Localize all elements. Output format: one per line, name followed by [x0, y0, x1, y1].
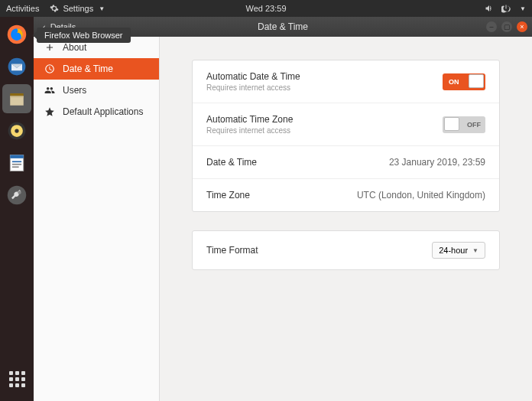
auto-timezone-toggle[interactable]: OFF: [443, 116, 485, 133]
row-time-format: Time Format 24-hour ▼: [193, 231, 499, 269]
row-sublabel: Requires internet access: [206, 83, 300, 92]
svg-rect-4: [10, 96, 24, 106]
svg-rect-13: [12, 166, 19, 168]
timezone-value: UTC (London, United Kingdom): [357, 190, 485, 200]
activities-button[interactable]: Activities: [6, 4, 39, 13]
sidebar-item-users[interactable]: Users: [34, 80, 159, 101]
row-auto-datetime: Automatic Date & Time Requires internet …: [193, 60, 499, 103]
sidebar-item-date-time[interactable]: Date & Time: [34, 58, 159, 80]
chevron-down-icon: ▼: [472, 247, 478, 254]
launcher-tooltip: Firefox Web Browser: [37, 28, 131, 43]
row-label: Time Zone: [206, 190, 250, 200]
datetime-value: 23 January 2019, 23:59: [389, 157, 485, 168]
sidebar-item-label: Users: [63, 85, 86, 96]
window-title: Date & Time: [258, 21, 308, 32]
row-label: Automatic Time Zone: [206, 114, 293, 125]
launcher-settings[interactable]: [2, 181, 31, 210]
row-label: Date & Time: [206, 157, 257, 168]
datetime-panel: Automatic Date & Time Requires internet …: [192, 60, 500, 212]
launcher-files[interactable]: [2, 84, 31, 113]
auto-datetime-toggle[interactable]: ON: [443, 73, 485, 90]
sidebar-item-label: Default Applications: [63, 106, 143, 117]
svg-rect-3: [10, 93, 24, 96]
chevron-down-icon: ▼: [520, 5, 526, 12]
clock-icon: [44, 64, 55, 74]
row-auto-timezone: Automatic Time Zone Requires internet ac…: [193, 103, 499, 146]
time-format-select[interactable]: 24-hour ▼: [432, 242, 485, 259]
star-icon: [44, 106, 55, 117]
chevron-down-icon: ▼: [99, 5, 105, 12]
svg-rect-10: [10, 155, 24, 158]
sidebar-item-label: About: [63, 42, 86, 53]
svg-rect-5: [10, 96, 24, 98]
power-icon: [501, 4, 511, 13]
row-datetime[interactable]: Date & Time 23 January 2019, 23:59: [193, 146, 499, 179]
svg-point-8: [15, 129, 18, 132]
launcher-rhythmbox[interactable]: [2, 116, 31, 145]
system-tray[interactable]: ▼: [485, 4, 526, 13]
svg-rect-11: [12, 161, 21, 162]
top-bar: Activities Settings ▼ Wed 23:59 ▼: [0, 0, 532, 17]
row-timezone[interactable]: Time Zone UTC (London, United Kingdom): [193, 179, 499, 211]
app-menu[interactable]: Settings ▼: [50, 4, 105, 13]
row-label: Time Format: [206, 245, 258, 256]
maximize-button[interactable]: ▢: [501, 21, 512, 32]
sidebar-item-label: Date & Time: [63, 64, 113, 74]
content-area: Automatic Date & Time Requires internet …: [160, 37, 532, 401]
show-applications[interactable]: [2, 364, 31, 393]
launcher-firefox[interactable]: [2, 20, 31, 49]
minimize-button[interactable]: –: [486, 21, 497, 32]
svg-point-15: [18, 191, 21, 194]
launcher-thunderbird[interactable]: [2, 52, 31, 81]
row-sublabel: Requires internet access: [206, 126, 293, 135]
settings-icon: [50, 4, 59, 13]
sidebar-item-default-apps[interactable]: Default Applications: [34, 101, 159, 122]
users-icon: [44, 85, 55, 96]
launcher-dock: [0, 17, 34, 401]
row-label: Automatic Date & Time: [206, 71, 300, 82]
close-button[interactable]: ×: [517, 21, 527, 32]
launcher-libreoffice[interactable]: [2, 148, 31, 178]
volume-icon: [485, 4, 494, 13]
format-panel: Time Format 24-hour ▼: [192, 230, 500, 270]
svg-rect-12: [12, 164, 21, 165]
plus-icon: [44, 42, 55, 53]
clock[interactable]: Wed 23:59: [245, 4, 286, 13]
settings-window: ‹ Details Date & Time – ▢ × About Date &…: [34, 17, 532, 401]
settings-sidebar: About Date & Time Users Default Applicat…: [34, 37, 160, 401]
